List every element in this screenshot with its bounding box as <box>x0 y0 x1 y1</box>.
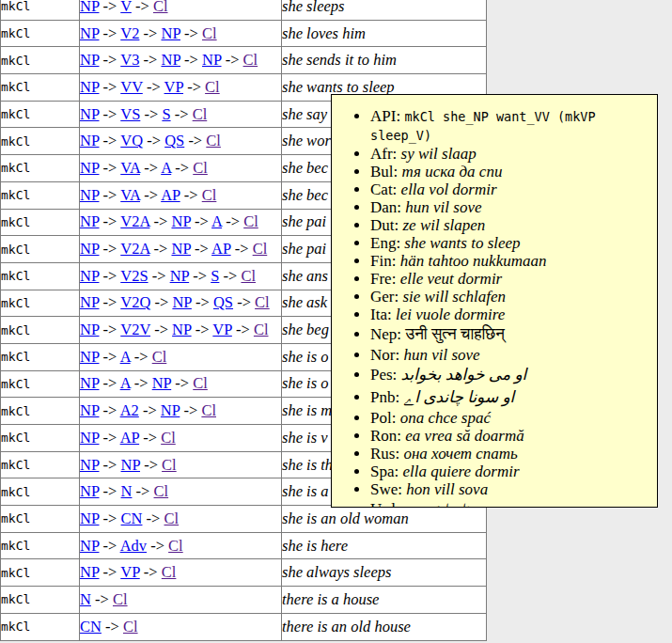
category-link-a[interactable]: A <box>211 212 222 230</box>
category-link-a[interactable]: A <box>120 374 131 392</box>
category-link-cl[interactable]: Cl <box>253 240 268 258</box>
table-row[interactable]: mkClN -> Clthere is a house <box>1 587 487 614</box>
category-link-cl[interactable]: Cl <box>164 510 180 527</box>
category-link-np[interactable]: NP <box>80 51 99 69</box>
category-link-np[interactable]: NP <box>80 293 99 311</box>
category-link-cl[interactable]: Cl <box>254 321 269 338</box>
category-link-cl[interactable]: Cl <box>202 24 217 42</box>
category-link-vp[interactable]: VP <box>164 78 183 96</box>
category-link-np[interactable]: NP <box>80 456 99 474</box>
category-link-vs[interactable]: VS <box>120 105 140 123</box>
category-link-cl[interactable]: Cl <box>255 293 270 311</box>
category-link-np[interactable]: NP <box>80 267 99 285</box>
translation-item: Ron: ea vrea să doarmă <box>370 427 651 445</box>
category-link-cl[interactable]: Cl <box>152 348 167 366</box>
category-link-np[interactable]: NP <box>121 456 140 474</box>
category-link-np[interactable]: NP <box>80 374 99 392</box>
category-link-vp[interactable]: VP <box>120 563 139 581</box>
category-link-np[interactable]: NP <box>172 293 191 311</box>
category-link-np[interactable]: NP <box>170 267 189 285</box>
category-link-cn[interactable]: CN <box>121 510 143 527</box>
category-link-v2v[interactable]: V2V <box>120 321 150 338</box>
arrow-separator: -> <box>192 293 213 311</box>
category-link-cl[interactable]: Cl <box>113 590 128 608</box>
category-link-cl[interactable]: Cl <box>162 456 177 474</box>
category-link-v2a[interactable]: V2A <box>120 240 149 258</box>
category-link-qs[interactable]: QS <box>164 132 184 149</box>
table-row[interactable]: mkClNP -> V3 -> NP -> NP -> Clshe sends … <box>1 47 487 74</box>
category-link-np[interactable]: NP <box>202 51 221 69</box>
category-link-ap[interactable]: AP <box>161 186 180 204</box>
category-link-n[interactable]: N <box>121 482 133 500</box>
category-link-np[interactable]: NP <box>152 374 171 392</box>
category-link-a[interactable]: A <box>120 348 131 366</box>
category-link-adv[interactable]: Adv <box>120 537 147 555</box>
category-link-cl[interactable]: Cl <box>243 212 258 230</box>
category-link-np[interactable]: NP <box>80 482 99 500</box>
category-link-np[interactable]: NP <box>161 401 180 419</box>
category-link-cl[interactable]: Cl <box>243 51 258 69</box>
category-link-cl[interactable]: Cl <box>205 78 220 96</box>
category-link-cn[interactable]: CN <box>80 618 102 635</box>
category-link-cl[interactable]: Cl <box>202 186 217 204</box>
category-link-np[interactable]: NP <box>80 563 99 581</box>
category-link-np[interactable]: NP <box>80 429 99 447</box>
category-link-v[interactable]: V <box>120 0 132 15</box>
category-link-s[interactable]: S <box>162 105 170 123</box>
category-link-np[interactable]: NP <box>161 51 180 69</box>
category-link-qs[interactable]: QS <box>213 293 233 311</box>
category-link-cl[interactable]: Cl <box>161 429 176 447</box>
category-link-va[interactable]: VA <box>120 186 140 204</box>
table-row[interactable]: mkClNP -> V2 -> NP -> Clshe loves him <box>1 20 487 47</box>
category-link-np[interactable]: NP <box>80 240 99 258</box>
category-link-a2[interactable]: A2 <box>120 401 139 419</box>
category-link-np[interactable]: NP <box>80 105 99 123</box>
category-link-va[interactable]: VA <box>120 159 140 177</box>
category-link-cl[interactable]: Cl <box>123 618 138 635</box>
category-link-v2q[interactable]: V2Q <box>120 293 150 311</box>
category-link-np[interactable]: NP <box>80 186 99 204</box>
category-link-v2s[interactable]: V2S <box>120 267 148 285</box>
category-link-a[interactable]: A <box>161 159 171 177</box>
category-link-np[interactable]: NP <box>80 510 99 527</box>
category-link-n[interactable]: N <box>80 590 91 608</box>
category-link-cl[interactable]: Cl <box>168 537 183 555</box>
category-link-cl[interactable]: Cl <box>201 401 216 419</box>
category-link-np[interactable]: NP <box>80 401 99 419</box>
category-link-np[interactable]: NP <box>80 78 99 96</box>
category-link-v2a[interactable]: V2A <box>120 212 149 230</box>
category-link-np[interactable]: NP <box>171 212 190 230</box>
category-link-cl[interactable]: Cl <box>206 132 221 149</box>
category-link-vq[interactable]: VQ <box>120 132 143 149</box>
category-link-vp[interactable]: VP <box>212 321 231 338</box>
category-link-np[interactable]: NP <box>80 0 99 15</box>
category-link-s[interactable]: S <box>211 267 219 285</box>
table-row[interactable]: mkClNP -> V -> Clshe sleeps <box>1 0 487 20</box>
category-link-vv[interactable]: VV <box>120 78 143 96</box>
table-row[interactable]: mkClNP -> CN -> Clshe is an old woman <box>1 506 487 533</box>
category-link-np[interactable]: NP <box>80 24 99 42</box>
category-link-v3[interactable]: V3 <box>120 51 139 69</box>
table-row[interactable]: mkClCN -> Clthere is an old house <box>1 613 487 640</box>
category-link-np[interactable]: NP <box>161 24 180 42</box>
category-link-cl[interactable]: Cl <box>193 374 208 392</box>
category-link-np[interactable]: NP <box>80 348 99 366</box>
category-link-ap[interactable]: AP <box>120 429 139 447</box>
category-link-np[interactable]: NP <box>172 321 191 338</box>
category-link-np[interactable]: NP <box>80 132 99 149</box>
category-link-cl[interactable]: Cl <box>241 267 256 285</box>
category-link-np[interactable]: NP <box>80 159 99 177</box>
category-link-np[interactable]: NP <box>171 240 190 258</box>
category-link-v2[interactable]: V2 <box>120 24 139 42</box>
table-row[interactable]: mkClNP -> Adv -> Clshe is here <box>1 532 487 559</box>
category-link-cl[interactable]: Cl <box>193 159 208 177</box>
category-link-np[interactable]: NP <box>80 212 99 230</box>
category-link-ap[interactable]: AP <box>211 240 230 258</box>
category-link-cl[interactable]: Cl <box>154 482 169 500</box>
category-link-cl[interactable]: Cl <box>162 563 177 581</box>
category-link-cl[interactable]: Cl <box>153 0 168 15</box>
table-row[interactable]: mkClNP -> VP -> Clshe always sleeps <box>1 559 487 587</box>
category-link-np[interactable]: NP <box>80 321 99 338</box>
category-link-np[interactable]: NP <box>80 537 99 555</box>
category-link-cl[interactable]: Cl <box>193 105 208 123</box>
